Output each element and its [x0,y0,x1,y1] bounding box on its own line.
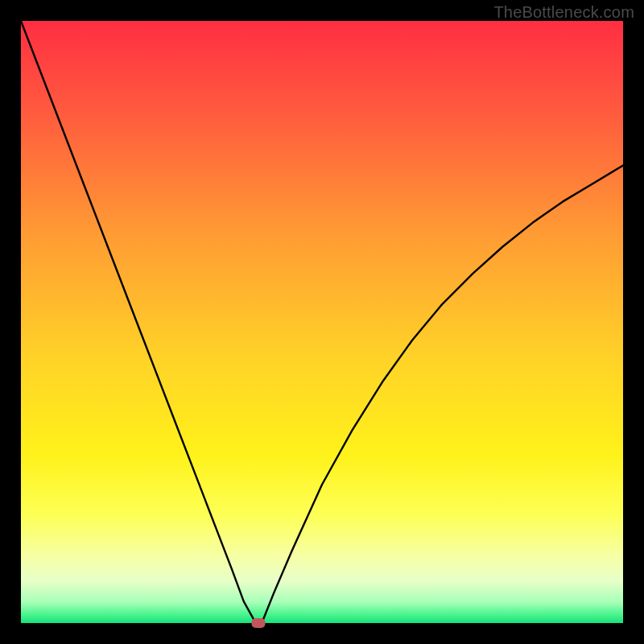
plot-area [21,21,623,623]
gradient-background [21,21,623,623]
chart-outer-frame: TheBottleneck.com [0,0,644,644]
watermark-text: TheBottleneck.com [493,3,634,22]
chart-svg [21,21,623,623]
optimal-point-marker [252,618,266,628]
